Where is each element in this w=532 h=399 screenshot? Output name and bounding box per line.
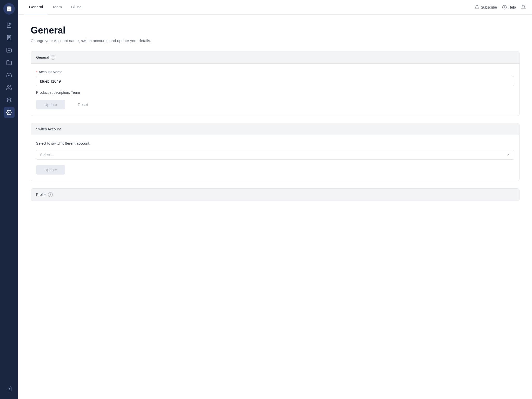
settings-icon	[6, 110, 12, 115]
sidebar-item-new-document[interactable]	[4, 20, 15, 31]
general-card: General i * Account Name Product subscri…	[31, 51, 520, 116]
docs-icon	[6, 35, 12, 41]
content-area: General Change your Account name, switch…	[18, 15, 532, 399]
team-icon	[6, 85, 12, 90]
general-card-body: * Account Name Product subscription: Tea…	[31, 64, 519, 116]
subscribe-label: Subscribe	[481, 5, 497, 9]
svg-point-7	[8, 112, 10, 113]
profile-card-header: Profile i	[31, 189, 519, 201]
general-btn-row: Update Reset	[36, 100, 514, 109]
tab-team[interactable]: Team	[48, 0, 66, 14]
profile-card-title: Profile	[36, 192, 46, 197]
switch-account-update-button[interactable]: Update	[36, 165, 65, 175]
sidebar-item-inbox[interactable]	[4, 70, 15, 81]
account-name-label: * Account Name	[36, 70, 514, 74]
tab-general[interactable]: General	[24, 0, 48, 14]
page-subtitle: Change your Account name, switch account…	[31, 38, 520, 43]
switch-account-card-body: Select to switch different account. Sele…	[31, 135, 519, 181]
sidebar	[0, 0, 18, 399]
switch-account-select[interactable]: Select...	[36, 150, 514, 160]
help-button[interactable]: Help	[502, 5, 516, 10]
subscription-text: Product subscription: Team	[36, 90, 514, 95]
required-star: *	[36, 70, 37, 74]
topnav-tabs: General Team Billing	[24, 0, 86, 14]
sidebar-item-layers[interactable]	[4, 95, 15, 105]
sidebar-item-settings[interactable]	[4, 107, 15, 118]
switch-account-description: Select to switch different account.	[36, 141, 514, 145]
svg-rect-2	[8, 35, 11, 40]
subscribe-button[interactable]: Subscribe	[475, 5, 497, 10]
tab-billing[interactable]: Billing	[66, 0, 86, 14]
topnav: General Team Billing Subscribe Help	[18, 0, 532, 15]
sidebar-item-folder[interactable]	[4, 57, 15, 68]
svg-marker-6	[7, 98, 11, 100]
app-logo[interactable]	[3, 3, 15, 15]
main-area: General Team Billing Subscribe Help Gene…	[18, 0, 532, 399]
sidebar-item-team[interactable]	[4, 82, 15, 93]
profile-info-icon[interactable]: i	[48, 192, 53, 197]
subscribe-icon	[475, 5, 479, 10]
general-card-title: General	[36, 55, 49, 59]
new-doc-icon	[6, 22, 12, 28]
svg-point-5	[8, 85, 9, 87]
add-folder-icon	[6, 47, 12, 53]
page-title: General	[31, 25, 520, 36]
sidebar-item-add-folder[interactable]	[4, 45, 15, 56]
folder-icon	[6, 60, 12, 65]
switch-account-card-header: Switch Account	[31, 123, 519, 135]
layers-icon	[6, 97, 12, 103]
switch-account-title: Switch Account	[36, 127, 61, 131]
profile-card: Profile i	[31, 188, 520, 201]
general-update-button[interactable]: Update	[36, 100, 65, 109]
logo-icon	[6, 5, 12, 12]
general-info-icon[interactable]: i	[51, 55, 55, 60]
sidebar-item-documents[interactable]	[4, 32, 15, 43]
profile-icon	[6, 386, 12, 392]
general-card-header: General i	[31, 51, 519, 64]
switch-account-select-wrapper: Select...	[36, 150, 514, 160]
sidebar-item-profile[interactable]	[4, 383, 15, 394]
bell-icon	[521, 5, 526, 10]
help-icon	[502, 5, 507, 10]
help-label: Help	[508, 5, 516, 9]
inbox-icon	[6, 72, 12, 78]
switch-account-card: Switch Account Select to switch differen…	[31, 123, 520, 181]
notifications-button[interactable]	[521, 5, 526, 10]
switch-account-btn-row: Update	[36, 165, 514, 175]
account-name-input[interactable]	[36, 76, 514, 86]
topnav-actions: Subscribe Help	[475, 5, 526, 10]
general-reset-button[interactable]: Reset	[69, 100, 96, 109]
svg-point-9	[503, 5, 507, 9]
